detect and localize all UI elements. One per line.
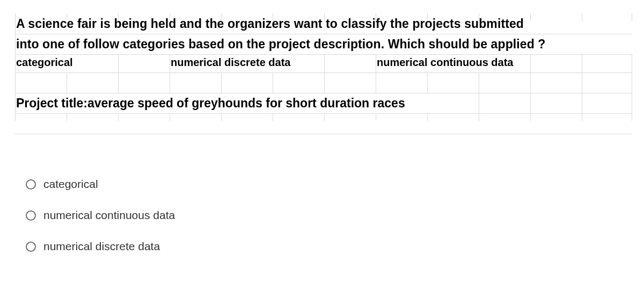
project-title: Project title:average speed of greyhound… [15, 96, 405, 111]
option-label: numerical continuous data [43, 209, 175, 222]
spreadsheet-question-block: A science fair is being held and the org… [15, 13, 632, 253]
radio-icon [26, 210, 36, 221]
option-label: categorical [43, 178, 98, 191]
project-title-row: Project title:average speed of greyhound… [15, 93, 632, 113]
cell-overlay: A science fair is being held and the org… [15, 13, 632, 113]
option-label: numerical discrete data [43, 240, 160, 253]
option-numerical-continuous[interactable]: numerical continuous data [26, 209, 632, 222]
radio-icon [26, 242, 36, 252]
category-2: numerical discrete data [171, 56, 290, 69]
question-line-1: A science fair is being held and the org… [15, 17, 524, 31]
answer-options: categorical numerical continuous data nu… [26, 178, 632, 253]
question-row-1: A science fair is being held and the org… [15, 13, 632, 34]
category-1: categorical [16, 56, 73, 69]
radio-icon [26, 179, 36, 190]
question-row-2: into one of follow categories based on t… [15, 34, 632, 54]
option-categorical[interactable]: categorical [26, 178, 632, 191]
categories-row: categorical numerical discrete data nume… [15, 54, 632, 72]
category-3: numerical continuous data [377, 56, 513, 69]
question-line-2: into one of follow categories based on t… [15, 37, 545, 52]
option-numerical-discrete[interactable]: numerical discrete data [26, 240, 632, 253]
blank-row [15, 72, 632, 93]
